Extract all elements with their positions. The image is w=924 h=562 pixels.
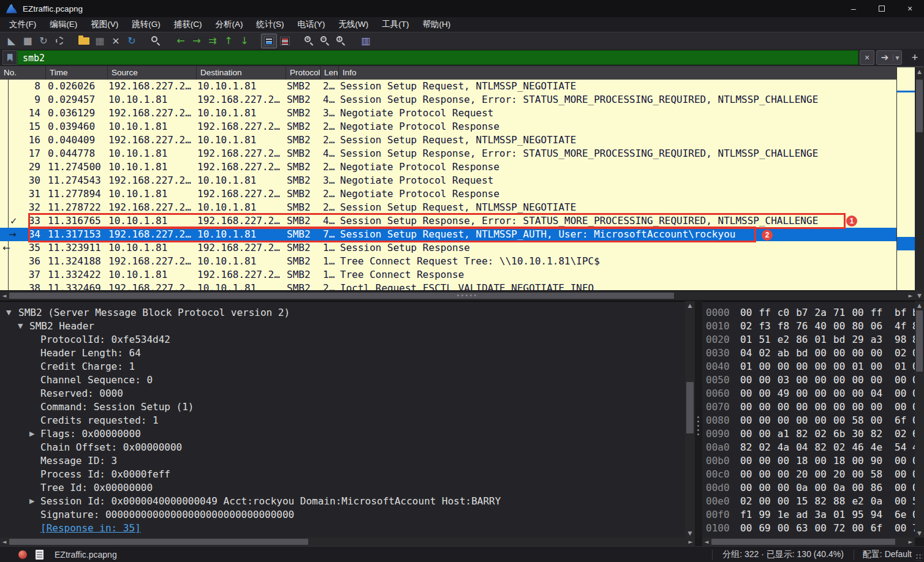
close-button[interactable]: × — [896, 0, 924, 17]
detail-line-4[interactable]: Credit Charge: 1 — [0, 360, 685, 373]
detail-line-10[interactable]: Chain Offset: 0x00000000 — [0, 441, 685, 454]
column-header-protocol[interactable]: Protocol — [286, 66, 320, 80]
hex-row-0030[interactable]: 003004 02 ab bd 00 00 00 0002 0 — [702, 347, 915, 360]
hex-row-0000[interactable]: 000000 ff c0 b7 2a 71 00 ffbf b — [702, 306, 915, 320]
detail-line-5[interactable]: Channel Sequence: 0 — [0, 373, 685, 387]
hex-row-0060[interactable]: 006000 00 49 00 00 00 00 0400 0 — [702, 387, 915, 400]
filter-add-button[interactable]: + — [908, 50, 922, 65]
scroll-left-icon[interactable]: ◄ — [702, 538, 711, 546]
statusbar-profile[interactable]: 配置: Default — [863, 549, 912, 560]
menu-item-5[interactable]: 分析(A) — [209, 17, 250, 32]
hex-row-00e0[interactable]: 00e002 00 00 15 82 88 e2 0a00 5 — [702, 495, 915, 508]
scroll-down-icon[interactable]: ▼ — [915, 291, 924, 300]
menu-item-0[interactable]: 文件(F) — [2, 17, 43, 32]
scroll-right-icon[interactable]: ► — [686, 538, 695, 546]
go-to-packet-button[interactable]: ⇉ — [205, 34, 221, 48]
scroll-thumb[interactable] — [686, 382, 694, 433]
menu-item-8[interactable]: 无线(W) — [332, 17, 376, 32]
expander-open-icon[interactable]: ▼ — [18, 320, 23, 333]
resize-columns-button[interactable]: ▥ — [358, 34, 374, 48]
detail-line-3[interactable]: Header Length: 64 — [0, 347, 685, 360]
column-header-source[interactable]: Source — [108, 66, 197, 80]
menu-item-6[interactable]: 统计(S) — [250, 17, 291, 32]
filter-bookmark-button[interactable] — [2, 50, 17, 65]
reload-file-button[interactable]: ↻ — [124, 34, 140, 48]
hex-row-0010[interactable]: 001002 f3 f8 76 40 00 80 064f 8 — [702, 320, 915, 333]
expander-closed-icon[interactable]: ▶ — [29, 427, 34, 441]
detail-hscrollbar[interactable]: ◄ ► — [0, 538, 695, 546]
packet-row-29[interactable]: 2911.27450010.10.1.81192.168.227.2…SMB22… — [0, 160, 896, 174]
column-header-lengt[interactable]: Lengt — [320, 66, 339, 80]
packet-list-vscrollbar[interactable]: ▲ ▼ — [915, 67, 924, 300]
column-header-time[interactable]: Time — [46, 66, 108, 80]
detail-vscrollbar[interactable]: ▲ ▼ — [685, 301, 695, 538]
start-capture-button[interactable]: ◣ — [4, 34, 20, 48]
hex-row-00c0[interactable]: 00c000 00 00 20 00 20 00 5800 0 — [702, 468, 915, 481]
scroll-right-icon[interactable]: ► — [906, 291, 915, 300]
resize-grip[interactable] — [915, 553, 923, 561]
detail-line-1[interactable]: ▼SMB2 Header — [0, 320, 685, 333]
hex-row-0070[interactable]: 007000 00 00 00 00 00 00 0000 0 — [702, 400, 915, 414]
hex-row-00b0[interactable]: 00b000 00 00 18 00 18 00 9000 0 — [702, 454, 915, 468]
packet-row-16[interactable]: 160.040409192.168.227.2…10.10.1.81SMB22…… — [0, 133, 896, 147]
packet-row-32[interactable]: 3211.278722192.168.227.2…10.10.1.81SMB22… — [0, 201, 896, 214]
detail-line-15[interactable]: Signature: 00000000000000000000000000000… — [0, 508, 685, 522]
packet-row-37[interactable]: 3711.33242210.10.1.81192.168.227.2…SMB21… — [0, 268, 896, 282]
detail-line-13[interactable]: Tree Id: 0x00000000 — [0, 481, 685, 495]
display-filter-input[interactable]: smb2 — [17, 50, 858, 65]
scroll-left-icon[interactable]: ◄ — [0, 291, 9, 300]
column-header-destination[interactable]: Destination — [197, 66, 286, 80]
packet-list-hscrollbar[interactable]: ◄ ► — [0, 291, 915, 300]
go-forward-button[interactable]: → — [189, 34, 205, 48]
hex-hscrollbar[interactable]: ◄ ► — [702, 538, 915, 546]
scroll-down-icon[interactable]: ▼ — [915, 529, 924, 538]
scroll-right-icon[interactable]: ► — [906, 538, 915, 546]
menu-item-9[interactable]: 工具(T) — [375, 17, 415, 32]
scroll-thumb[interactable] — [916, 310, 923, 372]
filter-clear-button[interactable]: × — [860, 50, 874, 65]
maximize-button[interactable] — [868, 0, 896, 17]
detail-line-12[interactable]: Process Id: 0x0000feff — [0, 468, 685, 481]
hex-row-00d0[interactable]: 00d000 00 00 0a 00 0a 00 8600 0 — [702, 481, 915, 495]
hex-row-00a0[interactable]: 00a082 02 4a 04 82 02 46 4e54 4 — [702, 441, 915, 454]
capture-comment-icon[interactable] — [36, 550, 44, 560]
pane-splitter-handle[interactable] — [457, 294, 476, 296]
scroll-thumb[interactable] — [916, 80, 923, 132]
column-header-info[interactable]: Info — [339, 66, 924, 80]
go-top-button[interactable]: ↑ — [221, 34, 237, 48]
scroll-left-icon[interactable]: ◄ — [0, 538, 9, 546]
packet-list-minimap[interactable] — [896, 67, 915, 290]
go-back-button[interactable]: ← — [173, 34, 189, 48]
scroll-thumb[interactable] — [9, 293, 674, 299]
hex-row-0100[interactable]: 010000 69 00 63 00 72 00 6f00 7 — [702, 522, 915, 535]
packet-row-15[interactable]: 150.03946010.10.1.81192.168.227.2…SMB22…… — [0, 120, 896, 133]
scroll-thumb[interactable] — [9, 539, 308, 545]
packet-row-38[interactable]: 3811.332469192.168.227.2…10.10.1.81SMB22… — [0, 282, 896, 290]
auto-scroll-button[interactable] — [261, 34, 277, 48]
expert-info-icon[interactable] — [18, 550, 27, 559]
detail-line-2[interactable]: ProtocolId: 0xfe534d42 — [0, 333, 685, 347]
hex-row-0050[interactable]: 005000 00 03 00 00 00 00 0000 0 — [702, 373, 915, 387]
packet-row-9[interactable]: 90.02945710.10.1.81192.168.227.2…SMB24…S… — [0, 93, 896, 107]
minimize-button[interactable]: – — [839, 0, 868, 17]
menu-item-4[interactable]: 捕获(C) — [167, 17, 209, 32]
expander-closed-icon[interactable]: ▶ — [29, 495, 34, 508]
scroll-up-icon[interactable]: ▲ — [915, 301, 924, 310]
menu-item-1[interactable]: 编辑(E) — [43, 17, 84, 32]
menu-item-3[interactable]: 跳转(G) — [125, 17, 167, 32]
packet-row-33[interactable]: ✓3311.31676510.10.1.81192.168.227.2…SMB2… — [0, 214, 896, 228]
detail-line-14[interactable]: ▶Session Id: 0x0000040000000049 Acct:roc… — [0, 495, 685, 508]
menu-item-7[interactable]: 电话(Y) — [291, 17, 332, 32]
packet-row-14[interactable]: 140.036129192.168.227.2…10.10.1.81SMB23…… — [0, 107, 896, 120]
detail-line-16[interactable]: [Response in: 35] — [0, 522, 685, 535]
save-file-button[interactable]: ▦ — [92, 34, 108, 48]
scroll-up-icon[interactable]: ▲ — [685, 301, 695, 310]
filter-apply-button[interactable]: ➔ ▼ — [876, 50, 902, 65]
zoom-out-button[interactable]: − — [317, 34, 333, 48]
detail-line-9[interactable]: ▶Flags: 0x00000000 — [0, 427, 685, 441]
close-file-button[interactable]: × — [108, 34, 124, 48]
menu-item-2[interactable]: 视图(V) — [84, 17, 125, 32]
detail-line-11[interactable]: Message ID: 3 — [0, 454, 685, 468]
detail-line-0[interactable]: ▼SMB2 (Server Message Block Protocol ver… — [0, 306, 685, 320]
hex-row-0080[interactable]: 008000 00 00 00 00 00 58 006f 0 — [702, 414, 915, 427]
